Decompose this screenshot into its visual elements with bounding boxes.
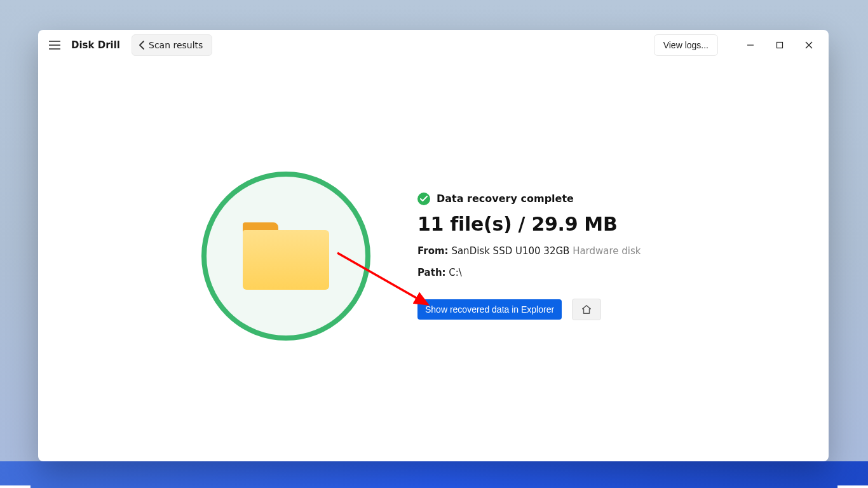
path-line: Path: C:\: [417, 267, 641, 278]
from-line: From: SanDisk SSD U100 32GB Hardware dis…: [417, 245, 641, 257]
status-row: Data recovery complete: [417, 193, 641, 205]
taskbar-background: [0, 461, 868, 488]
back-button[interactable]: Scan results: [132, 34, 212, 56]
app-title: Disk Drill: [71, 39, 120, 51]
titlebar: Disk Drill Scan results View logs...: [38, 30, 829, 60]
minimize-icon: [747, 41, 754, 49]
menu-button[interactable]: [47, 37, 62, 53]
checkmark-icon: [417, 193, 430, 205]
status-text: Data recovery complete: [437, 193, 574, 205]
close-icon: [805, 41, 813, 49]
app-window: Disk Drill Scan results View logs...: [38, 30, 829, 461]
path-label: Path:: [417, 267, 446, 278]
close-button[interactable]: [794, 30, 824, 60]
taskbar-left-edge: [0, 485, 31, 488]
minimize-button[interactable]: [736, 30, 765, 60]
action-row: Show recovered data in Explorer: [417, 299, 641, 320]
view-logs-button[interactable]: View logs...: [654, 34, 718, 56]
hamburger-icon: [49, 41, 60, 50]
back-label: Scan results: [149, 40, 203, 50]
home-button[interactable]: [572, 299, 601, 320]
maximize-icon: [776, 41, 783, 49]
success-badge: [201, 172, 370, 341]
chevron-left-icon: [139, 41, 145, 50]
path-value: C:\: [449, 267, 462, 278]
from-muted: Hardware disk: [573, 245, 641, 257]
result-info: Data recovery complete 11 file(s) / 29.9…: [417, 193, 641, 320]
show-in-explorer-button[interactable]: Show recovered data in Explorer: [417, 299, 562, 320]
window-controls: [736, 30, 824, 60]
taskbar-right-edge: [837, 485, 868, 488]
from-label: From:: [417, 245, 449, 257]
folder-icon: [243, 222, 329, 290]
maximize-button[interactable]: [765, 30, 794, 60]
content-area: Data recovery complete 11 file(s) / 29.9…: [38, 60, 829, 461]
from-value: SanDisk SSD U100 32GB: [451, 245, 569, 257]
result-summary: 11 file(s) / 29.9 MB: [417, 213, 641, 235]
home-icon: [581, 304, 592, 315]
result-panel: Data recovery complete 11 file(s) / 29.9…: [201, 172, 665, 341]
svg-rect-4: [777, 43, 783, 48]
